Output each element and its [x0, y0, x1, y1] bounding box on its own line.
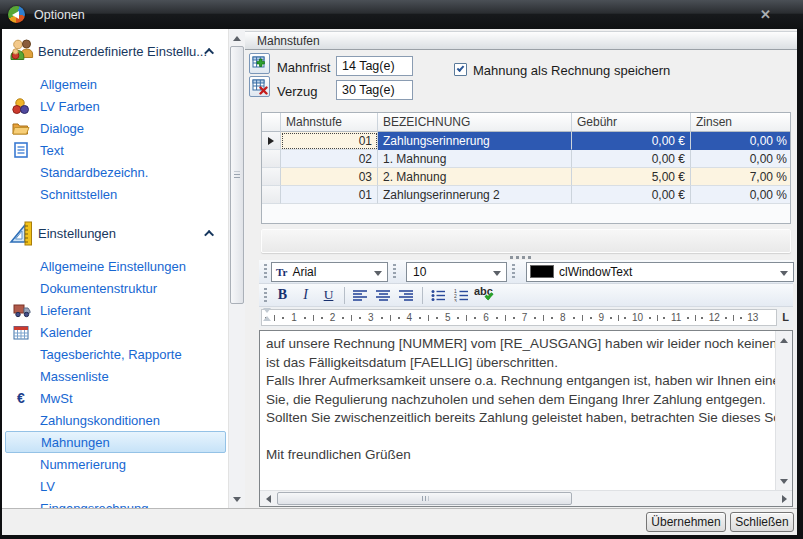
row-selector-cell[interactable] [262, 150, 281, 168]
spellcheck-button[interactable]: abc [473, 285, 500, 305]
close-button[interactable]: Schließen [730, 512, 794, 532]
verzug-input[interactable]: 30 Tag(e) [336, 80, 413, 100]
sidebar-section-header[interactable]: Einstellungen [6, 219, 222, 247]
scroll-right-icon[interactable] [776, 491, 792, 506]
align-left-button[interactable] [349, 285, 372, 305]
delete-mahnstufe-button[interactable] [249, 76, 270, 97]
ruler-unit: 6 [454, 310, 492, 325]
sidebar-item-nummerierung[interactable]: Nummerierung [2, 453, 228, 475]
row-selector-cell[interactable] [262, 132, 281, 150]
font-size-combo[interactable]: 10 [406, 262, 507, 282]
scroll-down-icon[interactable] [229, 491, 245, 507]
toolbar-grip[interactable] [512, 264, 515, 279]
sidebar-item-kalender[interactable]: Kalender [2, 321, 228, 343]
row-selector-cell[interactable] [262, 168, 281, 186]
titlebar[interactable]: Optionen ✕ [0, 0, 803, 29]
column-header-gebühr[interactable]: Gebühr [572, 113, 691, 132]
table-cell[interactable]: 0,00 % [691, 186, 791, 204]
sidebar-item-text[interactable]: Text [2, 139, 228, 161]
sidebar-item-label: Eingangsrechnung [40, 501, 148, 509]
sidebar-item-lieferant[interactable]: Lieferant [2, 299, 228, 321]
sidebar-item-dialoge[interactable]: Dialoge [2, 117, 228, 139]
align-center-button[interactable] [372, 285, 395, 305]
table-cell[interactable]: 0,00 € [572, 186, 691, 204]
mahnstufen-table[interactable]: MahnstufeBEZEICHNUNGGebührZinsen01Zahlun… [261, 112, 791, 224]
table-cell[interactable]: 03 [281, 168, 378, 186]
mahnfrist-input[interactable]: 14 Tag(e) [336, 56, 413, 76]
scroll-left-icon[interactable] [260, 491, 276, 506]
sidebar-item-zahlungskonditionen[interactable]: Zahlungskonditionen [2, 409, 228, 431]
table-cell[interactable]: 01 [281, 186, 378, 204]
sidebar-item-massenliste[interactable]: Massenliste [2, 365, 228, 387]
indent-marker-icon[interactable] [262, 308, 271, 323]
scroll-down-icon[interactable] [776, 473, 792, 489]
chevron-down-icon[interactable] [493, 271, 501, 276]
ruler-unit: 11 [646, 310, 684, 325]
ruler[interactable]: 12345678910111213 L [259, 307, 793, 328]
sidebar-scrollbar[interactable] [228, 29, 245, 508]
sidebar-item-dokumentenstruktur[interactable]: Dokumentenstruktur [2, 277, 228, 299]
table-delete-icon [252, 79, 268, 95]
bold-button[interactable]: B [271, 285, 294, 305]
table-cell[interactable]: 01 [281, 132, 378, 150]
sidebar-item-lv-farben[interactable]: LV Farben [2, 95, 228, 117]
toolbar-grip[interactable] [264, 288, 267, 303]
apply-button[interactable]: Übernehmen [646, 512, 726, 532]
column-header-bezeichnung[interactable]: BEZEICHNUNG [378, 113, 572, 132]
sidebar-item-allgemein[interactable]: Allgemein [2, 73, 228, 95]
toolbar-grip[interactable] [264, 264, 267, 279]
text-vertical-scrollbar[interactable] [775, 331, 792, 490]
dialog-frame: Benutzerdefinierte Einstellu...Allgemein… [2, 29, 797, 535]
sidebar-item-schnittstellen[interactable]: Schnittstellen [2, 183, 228, 205]
hscroll-thumb[interactable] [277, 492, 572, 505]
sidebar-scrollbar-thumb[interactable] [230, 46, 244, 304]
save-as-invoice-checkbox[interactable] [454, 63, 467, 76]
text-horizontal-scrollbar[interactable] [260, 490, 792, 506]
sidebar-item-lv[interactable]: LV [2, 475, 228, 497]
font-name-combo[interactable]: Tr Arial [271, 262, 388, 282]
reminder-text-area[interactable]: auf unsere Rechnung [NUMMER] vom [RE_AUS… [259, 330, 793, 507]
add-mahnstufe-button[interactable] [249, 53, 270, 74]
column-header-mahnstufe[interactable]: Mahnstufe [281, 113, 378, 132]
reminder-text-content[interactable]: auf unsere Rechnung [NUMMER] vom [RE_AUS… [260, 331, 775, 490]
italic-button[interactable]: I [294, 285, 317, 305]
table-cell[interactable]: 0,00 % [691, 150, 791, 168]
table-cell[interactable]: 02 [281, 150, 378, 168]
sidebar-item-tagesberichte-rapporte[interactable]: Tagesberichte, Rapporte [2, 343, 228, 365]
table-cell[interactable]: 0,00 € [572, 132, 691, 150]
chevron-down-icon[interactable] [374, 271, 382, 276]
table-row[interactable]: 032. Mahnung5,00 €7,00 % [262, 168, 790, 186]
scroll-up-icon[interactable] [229, 30, 245, 46]
toolbar-grip[interactable] [393, 264, 396, 279]
tab-stop-icon[interactable]: L [782, 311, 789, 323]
table-cell[interactable]: Zahlungserinnerung [378, 132, 572, 150]
font-color-combo[interactable]: clWindowText [526, 262, 794, 282]
ruler-unit: 7 [492, 310, 530, 325]
scroll-up-icon[interactable] [776, 332, 792, 348]
column-header-zinsen[interactable]: Zinsen [691, 113, 791, 132]
table-cell[interactable]: 0,00 % [691, 132, 791, 150]
table-row[interactable]: 01Zahlungserinnerung0,00 €0,00 % [262, 132, 790, 150]
table-row[interactable]: 01Zahlungserinnerung 20,00 €0,00 % [262, 186, 790, 204]
numbered-list-button[interactable]: 123 [450, 285, 473, 305]
table-cell[interactable]: 2. Mahnung [378, 168, 572, 186]
sidebar-item-eingangsrechnung[interactable]: Eingangsrechnung [2, 497, 228, 508]
bullet-list-button[interactable] [427, 285, 450, 305]
align-right-button[interactable] [395, 285, 418, 305]
close-icon[interactable]: ✕ [760, 7, 771, 22]
sidebar-item-mahnungen[interactable]: Mahnungen [5, 431, 226, 453]
table-cell[interactable]: 7,00 % [691, 168, 791, 186]
table-cell[interactable]: Zahlungserinnerung 2 [378, 186, 572, 204]
sidebar-item-mwst[interactable]: €MwSt [2, 387, 228, 409]
table-cell[interactable]: 0,00 € [572, 150, 691, 168]
table-cell[interactable]: 1. Mahnung [378, 150, 572, 168]
font-color-value: clWindowText [559, 265, 632, 279]
sidebar-section-header[interactable]: Benutzerdefinierte Einstellu... [6, 37, 222, 65]
underline-button[interactable]: U [317, 285, 340, 305]
table-row[interactable]: 021. Mahnung0,00 €0,00 % [262, 150, 790, 168]
sidebar-item-allgemeine-einstellungen[interactable]: Allgemeine Einstellungen [2, 255, 228, 277]
sidebar-item-standardbezeichn-[interactable]: Standardbezeichn. [2, 161, 228, 183]
chevron-down-icon[interactable] [780, 271, 788, 276]
table-cell[interactable]: 5,00 € [572, 168, 691, 186]
row-selector-cell[interactable] [262, 186, 281, 204]
